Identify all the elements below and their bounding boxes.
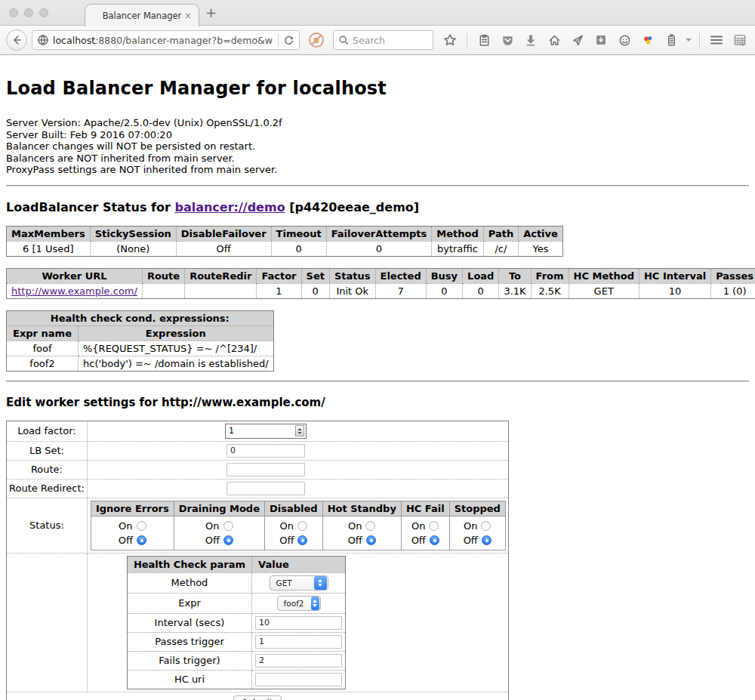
column-header: Elected	[375, 268, 426, 283]
table-row: foof %{REQUEST_STATUS} =~ /^[234]/	[7, 341, 274, 356]
status-radio-off[interactable]	[137, 535, 146, 545]
table-cell: 1	[257, 283, 301, 298]
table-row: foof2 hc('body') =~ /domain is establish…	[7, 356, 274, 371]
table-header-row: Expr name Expression	[7, 325, 274, 341]
status-radio-on[interactable]	[137, 521, 146, 531]
form-row-submit: Submit	[7, 692, 509, 700]
status-radio-on[interactable]	[297, 521, 307, 531]
interval-input[interactable]	[255, 616, 342, 630]
menu-button[interactable]	[707, 31, 726, 49]
bookmark-star-button[interactable]	[441, 31, 459, 49]
close-tab-icon[interactable]: ×	[184, 11, 192, 21]
load-factor-field	[225, 424, 307, 439]
load-factor-input[interactable]	[226, 425, 295, 437]
radio-row: On Off On Off On Off	[91, 516, 505, 550]
column-header: Expression	[79, 325, 274, 341]
profile-button[interactable]	[639, 31, 657, 49]
search-input[interactable]	[353, 35, 428, 46]
table-header-row: MaxMembers StickySession DisableFailover…	[7, 226, 563, 241]
table-title: Health check cond. expressions:	[7, 310, 274, 325]
passes-label: Passes trigger	[127, 632, 251, 651]
hc-row-method: Method GET	[127, 572, 345, 593]
interval-label: Interval (secs)	[127, 613, 251, 632]
battery-button[interactable]	[662, 31, 680, 49]
column-header: Set	[301, 268, 329, 283]
expr-name-cell: foof	[7, 341, 79, 356]
bookmarks-menu-button[interactable]	[475, 31, 493, 49]
feedback-button[interactable]	[615, 31, 633, 49]
worker-status-table: Worker URL Route RouteRedir Factor Set S…	[6, 268, 755, 299]
column-header: FailoverAttempts	[326, 226, 432, 241]
column-header: Method	[432, 226, 483, 241]
reading-list-button[interactable]	[592, 31, 610, 49]
table-header-row: Ignore Errors Draining Mode Disabled Hot…	[91, 501, 505, 516]
url-text[interactable]: localhost:8880/balancer-manager?b=demo&w…	[53, 35, 273, 46]
table-cell: 1 (0)	[711, 283, 755, 298]
pocket-button[interactable]	[498, 31, 516, 49]
table-header-row: Health Check param Value	[127, 556, 345, 572]
status-cell-ignore-errors: On Off	[91, 516, 174, 550]
table-row: http://www.example.com/ 1 0 Init Ok 7 0 …	[7, 283, 755, 298]
urlbar-divider	[278, 33, 279, 47]
column-header: MaxMembers	[7, 226, 91, 241]
send-tab-button[interactable]	[569, 31, 587, 49]
balancer-link[interactable]: balancer://demo	[174, 200, 285, 214]
status-radio-off[interactable]	[366, 535, 376, 545]
method-select[interactable]: GET	[270, 575, 328, 591]
tab-title: Balancer Manager	[103, 11, 182, 21]
status-radio-off[interactable]	[482, 535, 492, 545]
status-radio-on[interactable]	[365, 521, 375, 531]
table-cell: bytraffic	[432, 241, 483, 256]
server-info-line: ProxyPass settings are NOT inherited fro…	[6, 164, 749, 176]
lb-set-input[interactable]	[226, 444, 305, 458]
expr-selected-value: foof2	[278, 599, 310, 608]
status-radio-off[interactable]	[223, 535, 233, 545]
tab-balancer-manager[interactable]: Balancer Manager ×	[85, 4, 199, 26]
titlebar: Balancer Manager × +	[0, 0, 755, 26]
hc-row-expr: Expr foof2	[127, 593, 345, 613]
close-window-button[interactable]	[9, 8, 18, 17]
url-bar[interactable]: localhost:8880/balancer-manager?b=demo&w…	[32, 30, 300, 50]
column-header: HC Interval	[639, 268, 710, 283]
passes-input[interactable]	[255, 635, 342, 649]
content-block-icon[interactable]	[307, 31, 325, 49]
hc-uri-input[interactable]	[255, 673, 342, 686]
minimize-window-button[interactable]	[24, 8, 33, 17]
zoom-window-button[interactable]	[39, 8, 48, 17]
expr-select[interactable]: foof2	[277, 596, 321, 611]
expr-name-cell: foof2	[7, 356, 79, 371]
method-label: Method	[127, 572, 251, 593]
submit-button[interactable]: Submit	[233, 695, 282, 700]
new-tab-button[interactable]: +	[205, 5, 217, 20]
downloads-button[interactable]	[522, 31, 540, 49]
worker-url-link[interactable]: http://www.example.com/	[11, 285, 137, 297]
hc-row-fails: Fails trigger)	[127, 651, 345, 670]
route-redirect-input[interactable]	[226, 482, 305, 495]
toolbar-divider	[699, 32, 700, 48]
toolbar-icons	[441, 31, 749, 49]
method-selected-value: GET	[270, 578, 313, 587]
table-cell: 3.1K	[499, 283, 531, 298]
number-spinner[interactable]	[295, 425, 304, 436]
column-header: Load	[463, 268, 499, 283]
home-button[interactable]	[545, 31, 563, 49]
status-cell-stopped: On Off	[449, 516, 505, 550]
status-radio-off[interactable]	[297, 535, 307, 545]
overflow-caret-icon[interactable]	[686, 39, 692, 42]
status-radio-off[interactable]	[430, 535, 439, 545]
status-radio-on[interactable]	[481, 521, 491, 531]
status-radio-on[interactable]	[429, 521, 439, 531]
back-button[interactable]	[6, 29, 27, 51]
route-input[interactable]	[226, 463, 305, 476]
hc-expressions-table: Health check cond. expressions: Expr nam…	[6, 310, 274, 372]
profile-dots-icon	[642, 34, 655, 47]
sidebar-grid-icon	[733, 34, 747, 47]
lb-set-label: LB Set:	[7, 441, 88, 460]
browser-window: Balancer Manager × + localhost:8880/bala…	[0, 0, 755, 700]
off-label: Off	[205, 533, 220, 547]
status-radio-on[interactable]	[223, 521, 233, 531]
fails-input[interactable]	[255, 654, 342, 668]
reload-button[interactable]	[283, 35, 294, 46]
sidebar-button[interactable]	[731, 31, 749, 49]
search-bar[interactable]	[333, 30, 433, 50]
